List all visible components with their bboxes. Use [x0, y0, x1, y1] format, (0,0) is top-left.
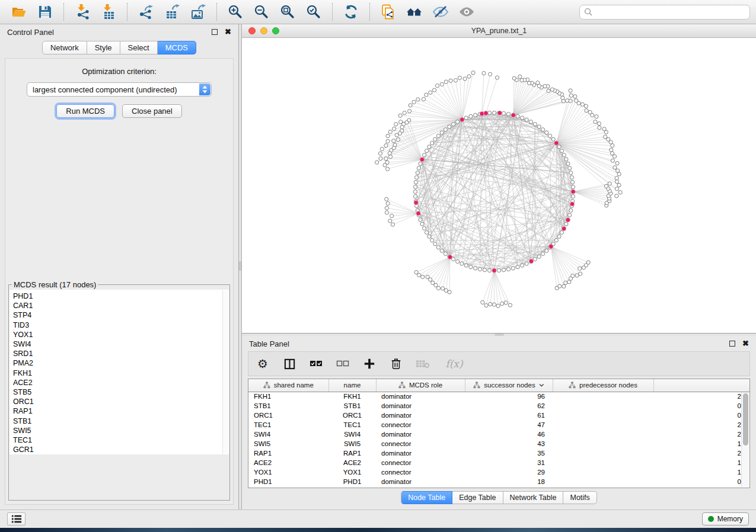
mcds-result-item[interactable]: STB1 [13, 416, 229, 426]
column-header-MCDS-role[interactable]: MCDS role [376, 379, 465, 392]
table-cell[interactable]: 2 [553, 448, 749, 458]
table-cell[interactable]: 35 [465, 448, 553, 458]
mcds-result-item[interactable]: STB5 [13, 387, 229, 397]
table-cell[interactable]: PHD1 [328, 477, 376, 486]
network-view[interactable] [242, 38, 756, 333]
table-cell[interactable]: 0 [553, 411, 749, 420]
table-cell[interactable]: dominator [376, 448, 465, 458]
table-tab-node-table[interactable]: Node Table [401, 491, 452, 504]
settings-gear-icon[interactable]: ⚙ [256, 357, 270, 371]
table-cell[interactable]: dominator [376, 401, 465, 411]
clone-network-icon[interactable] [379, 3, 398, 21]
control-tab-select[interactable]: Select [120, 41, 158, 55]
table-cell[interactable]: 18 [465, 477, 553, 486]
maximize-window-button[interactable] [272, 27, 279, 34]
mcds-result-item[interactable]: PHD1 [13, 291, 229, 301]
control-tab-mcds[interactable]: MCDS [158, 41, 196, 55]
table-cell[interactable]: 2 [553, 392, 749, 401]
mcds-result-item[interactable]: SWI4 [13, 339, 229, 349]
export-image-icon[interactable] [189, 3, 208, 21]
export-network-icon[interactable] [136, 3, 155, 21]
table-cell[interactable]: dominator [376, 411, 465, 420]
toggle-columns-icon[interactable] [282, 357, 296, 371]
table-cell[interactable]: 0 [553, 477, 749, 486]
unselect-all-columns-icon[interactable] [336, 357, 350, 371]
table-cell[interactable]: connector [376, 467, 465, 477]
scrollbar-thumb[interactable] [743, 393, 748, 446]
delete-column-icon[interactable] [389, 357, 403, 371]
table-cell[interactable]: connector [376, 439, 465, 448]
table-cell[interactable]: ACE2 [248, 458, 328, 467]
table-cell[interactable]: 61 [465, 411, 553, 420]
splitter-grip[interactable] [495, 334, 504, 336]
node-table-row[interactable]: TEC1TEC1connector472 [248, 420, 749, 430]
import-table-icon[interactable] [99, 3, 118, 21]
splitter-grip[interactable] [239, 261, 241, 271]
table-scrollbar[interactable] [741, 392, 749, 487]
table-cell[interactable]: 29 [465, 467, 553, 477]
delete-table-icon[interactable] [416, 357, 430, 371]
select-all-columns-icon[interactable] [309, 357, 323, 371]
zoom-out-icon[interactable] [252, 3, 271, 21]
table-cell[interactable]: STB1 [248, 401, 328, 411]
close-window-button[interactable] [248, 27, 256, 34]
close-panel-icon[interactable]: ✖ [742, 341, 749, 347]
table-cell[interactable]: ACE2 [328, 458, 376, 467]
table-cell[interactable]: ORC1 [328, 411, 376, 420]
mcds-result-item[interactable]: TEC1 [13, 435, 229, 445]
table-cell[interactable]: 1 [553, 439, 749, 448]
first-neighbors-icon[interactable] [405, 3, 424, 21]
import-network-icon[interactable] [73, 3, 92, 21]
table-cell[interactable]: dominator [376, 392, 465, 401]
open-file-icon[interactable] [9, 3, 28, 21]
horizontal-splitter[interactable] [242, 334, 756, 336]
table-cell[interactable]: dominator [376, 477, 465, 486]
table-cell[interactable]: 2 [553, 420, 749, 430]
table-cell[interactable]: 31 [465, 458, 553, 467]
mcds-result-item[interactable]: SRD1 [13, 349, 229, 358]
table-cell[interactable]: RAP1 [328, 448, 376, 458]
table-cell[interactable]: RAP1 [248, 448, 328, 458]
float-panel-icon[interactable] [212, 29, 218, 35]
mcds-result-item[interactable]: RAP1 [13, 406, 229, 416]
export-table-icon[interactable] [162, 3, 181, 21]
mcds-result-item[interactable]: ACE2 [13, 378, 229, 387]
table-cell[interactable]: SWI4 [328, 430, 376, 439]
table-cell[interactable]: 96 [465, 392, 553, 401]
table-cell[interactable]: connector [376, 420, 465, 430]
control-tab-style[interactable]: Style [87, 41, 120, 55]
node-table-row[interactable]: ORC1ORC1dominator610 [248, 411, 749, 420]
node-table-row[interactable]: SWI4SWI4dominator462 [248, 430, 749, 439]
zoom-in-icon[interactable] [226, 3, 245, 21]
column-header-successor-nodes[interactable]: successor nodes [465, 379, 553, 392]
refresh-icon[interactable] [342, 3, 361, 21]
node-table-row[interactable]: FKH1FKH1dominator962 [248, 392, 749, 401]
table-cell[interactable]: STB1 [328, 401, 376, 411]
automation-list-button[interactable] [7, 512, 25, 525]
zoom-fit-icon[interactable] [278, 3, 297, 21]
table-cell[interactable]: 62 [465, 401, 553, 411]
column-header-predecessor-nodes[interactable]: predecessor nodes [553, 379, 653, 392]
minimize-window-button[interactable] [260, 27, 267, 34]
column-header-name[interactable]: name [328, 379, 376, 392]
table-cell[interactable]: 1 [553, 467, 749, 477]
table-cell[interactable]: TEC1 [328, 420, 376, 430]
show-all-icon[interactable] [457, 3, 476, 21]
save-session-icon[interactable] [36, 3, 55, 21]
node-table-row[interactable]: SWI5SWI5connector431 [248, 439, 749, 448]
column-header-shared-name[interactable]: shared name [248, 379, 328, 392]
table-tab-network-table[interactable]: Network Table [503, 491, 564, 504]
table-cell[interactable]: FKH1 [248, 392, 328, 401]
table-tab-motifs[interactable]: Motifs [563, 491, 596, 504]
table-cell[interactable]: YOX1 [328, 467, 376, 477]
table-cell[interactable]: FKH1 [328, 392, 376, 401]
node-table-row[interactable]: ACE2ACE2connector311 [248, 458, 749, 467]
node-table-row[interactable]: RAP1RAP1dominator352 [248, 448, 749, 458]
mcds-result-item[interactable]: TID3 [13, 321, 229, 330]
search-input[interactable] [595, 8, 745, 16]
table-cell[interactable]: PHD1 [248, 477, 328, 486]
mcds-result-item[interactable]: ORC1 [13, 397, 229, 406]
control-tab-network[interactable]: Network [42, 41, 87, 55]
mcds-result-item[interactable]: PMA2 [13, 358, 229, 368]
mcds-result-item[interactable]: FKH1 [13, 368, 229, 378]
